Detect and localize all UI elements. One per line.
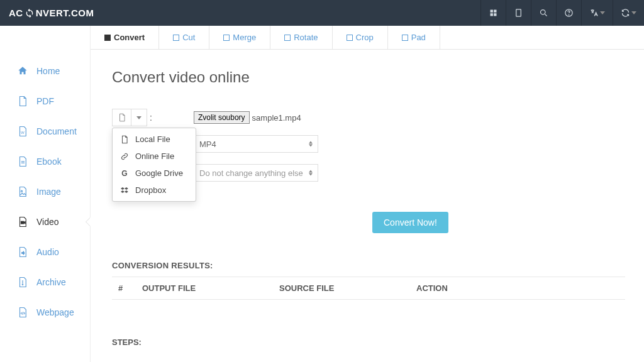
tab-label: Convert <box>114 33 145 42</box>
selected-file-name: sample1.mp4 <box>252 113 301 123</box>
col-action-header: ACTION <box>416 283 448 293</box>
square-icon <box>223 35 230 41</box>
select-caret-icon <box>309 170 313 176</box>
dropbox-icon <box>120 186 129 195</box>
sidebar-item-image[interactable]: Image <box>0 177 90 207</box>
dropdown-item-google-drive[interactable]: G Google Drive <box>113 165 196 182</box>
refresh-icon[interactable] <box>613 0 644 26</box>
sidebar-item-document[interactable]: W Document <box>0 116 90 146</box>
home-icon <box>16 65 29 77</box>
dropdown-item-label: Google Drive <box>135 168 183 178</box>
tab-cut[interactable]: Cut <box>159 26 209 49</box>
search-icon[interactable] <box>531 0 556 26</box>
target-format-select[interactable]: MP4 <box>192 135 318 153</box>
convert-now-button[interactable]: Convert Now! <box>372 212 448 233</box>
svg-rect-13 <box>21 221 24 224</box>
file-icon <box>118 113 126 122</box>
tab-convert[interactable]: Convert <box>91 26 159 49</box>
tab-crop[interactable]: Crop <box>333 26 388 49</box>
chevron-down-icon <box>631 11 636 14</box>
logo[interactable]: AC NVERT.COM <box>9 8 94 18</box>
convert-form: : Zvolit soubory sample1.mp4 Local File <box>112 109 625 233</box>
svg-rect-0 <box>491 10 493 13</box>
chevron-down-icon <box>600 11 605 14</box>
tabs: Convert Cut Merge Rotate Crop Pad <box>91 26 644 50</box>
archive-icon <box>16 276 29 288</box>
sidebar-item-home[interactable]: Home <box>0 56 90 86</box>
page-title: Convert video online <box>112 69 625 86</box>
sidebar-item-pdf[interactable]: PDF <box>0 86 90 116</box>
tab-label: Merge <box>233 33 256 42</box>
dropdown-item-online-file[interactable]: Online File <box>113 148 196 165</box>
svg-text:W: W <box>21 131 25 134</box>
select-caret-icon <box>309 141 313 147</box>
square-icon <box>173 35 179 41</box>
apps-icon[interactable] <box>480 0 506 26</box>
pdf-icon <box>16 95 29 107</box>
sidebar-item-label: Home <box>36 66 60 76</box>
square-icon <box>347 35 353 41</box>
svg-line-6 <box>545 14 547 16</box>
document-icon: W <box>16 125 29 138</box>
help-icon[interactable] <box>556 0 581 26</box>
tab-label: Rotate <box>294 33 318 42</box>
sidebar-item-webpage[interactable]: Webpage <box>0 297 90 327</box>
header-right <box>480 0 644 26</box>
top-header: AC NVERT.COM <box>0 0 644 26</box>
target-format-value: MP4 <box>199 140 216 149</box>
file-icon <box>120 135 129 144</box>
tab-merge[interactable]: Merge <box>209 26 270 49</box>
chevron-down-icon <box>136 116 142 119</box>
options-value: Do not change anything else <box>199 168 303 178</box>
language-icon[interactable] <box>581 0 613 26</box>
source-file-button[interactable] <box>113 109 131 126</box>
tab-label: Cut <box>182 33 195 42</box>
dropdown-item-dropbox[interactable]: Dropbox <box>113 182 196 199</box>
image-icon <box>16 185 29 198</box>
choose-files-button[interactable]: Zvolit soubory <box>194 111 250 124</box>
dropdown-item-label: Dropbox <box>135 185 166 195</box>
sidebar-item-video[interactable]: Video <box>0 207 90 237</box>
tablet-icon[interactable] <box>506 0 531 26</box>
results-table: # OUTPUT FILE SOURCE FILE ACTION <box>112 277 625 300</box>
steps-heading: STEPS: <box>112 337 625 347</box>
col-output-header: OUTPUT FILE <box>142 283 279 293</box>
sidebar-item-audio[interactable]: Audio <box>0 237 90 267</box>
dropdown-item-label: Online File <box>135 151 174 161</box>
dropdown-item-local-file[interactable]: Local File <box>113 131 196 148</box>
sidebar-item-label: Webpage <box>36 307 74 317</box>
audio-icon <box>16 246 29 258</box>
tab-rotate[interactable]: Rotate <box>270 26 332 49</box>
sync-icon <box>25 8 35 18</box>
sidebar-item-ebook[interactable]: Ebook <box>0 146 90 177</box>
file-input[interactable]: Zvolit soubory sample1.mp4 <box>194 111 301 124</box>
square-icon <box>104 35 111 41</box>
colon-label: : <box>150 112 152 123</box>
google-icon: G <box>120 169 129 178</box>
tab-pad[interactable]: Pad <box>388 26 440 49</box>
sidebar-item-label: PDF <box>36 96 54 106</box>
options-select[interactable]: Do not change anything else <box>192 164 318 182</box>
square-icon <box>402 35 408 41</box>
tab-label: Crop <box>356 33 374 42</box>
video-icon <box>16 216 29 228</box>
svg-point-12 <box>21 190 22 192</box>
main-area: Convert Cut Merge Rotate Crop Pad Conver… <box>91 26 644 362</box>
svg-point-5 <box>541 10 546 15</box>
svg-rect-2 <box>491 13 493 16</box>
source-dropdown-toggle[interactable] <box>131 109 147 126</box>
square-icon <box>284 35 291 41</box>
col-source-header: SOURCE FILE <box>279 283 416 293</box>
sidebar-item-label: Audio <box>36 247 59 257</box>
sidebar-item-label: Document <box>36 126 77 136</box>
svg-rect-3 <box>494 13 496 16</box>
sidebar-item-label: Image <box>36 187 61 197</box>
col-number-header: # <box>112 283 142 293</box>
sidebar-item-archive[interactable]: Archive <box>0 267 90 297</box>
logo-prefix: AC <box>9 8 23 18</box>
sidebar-item-label: Archive <box>36 277 66 287</box>
ebook-icon <box>16 155 29 168</box>
logo-suffix: NVERT.COM <box>36 8 94 18</box>
webpage-icon <box>16 306 29 319</box>
sidebar-item-label: Ebook <box>36 156 62 167</box>
